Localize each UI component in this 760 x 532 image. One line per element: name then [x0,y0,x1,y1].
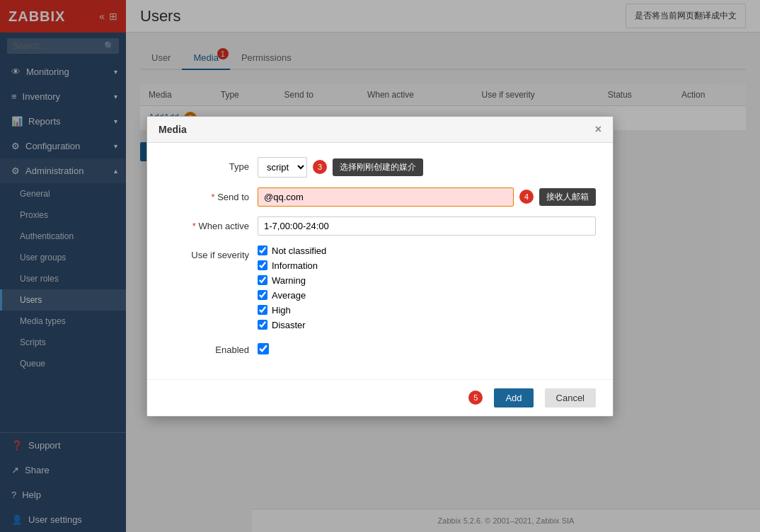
main-content: Users 是否将当前网页翻译成中文 User Media 1 Permissi… [126,0,760,532]
send-to-wrap: 4 接收人邮箱 [258,187,596,207]
step-3-badge: 3 [313,160,327,174]
send-to-input[interactable] [258,187,514,207]
send-to-row: Send to 4 接收人邮箱 [164,187,596,207]
modal-close-button[interactable]: × [595,124,601,135]
modal-add-button[interactable]: Add [494,388,533,407]
modal-header: Media × [147,117,613,143]
severity-average[interactable]: Average [258,290,326,301]
severity-label-disaster: Disaster [272,320,306,330]
when-active-label: When active [164,216,249,231]
severity-label-not-classified: Not classified [272,245,326,256]
type-annotation: 选择刚刚创建的媒介 [333,158,423,176]
checkbox-high[interactable] [258,305,267,315]
type-row: Type script 3 选择刚刚创建的媒介 [164,157,596,178]
modal-footer: 5 Add Cancel [147,379,613,416]
severity-information[interactable]: Information [258,260,326,271]
type-label: Type [164,157,249,172]
step-4-badge: 4 [519,190,534,204]
media-modal: Media × Type script 3 选择刚刚创建的媒介 [146,116,614,417]
severity-label-high: High [272,305,291,316]
type-wrap: script 3 选择刚刚创建的媒介 [258,157,596,178]
severity-label-warning: Warning [272,275,306,286]
severity-label: Use if severity [164,245,249,260]
checkbox-information[interactable] [258,260,267,270]
checkbox-average[interactable] [258,290,267,300]
severity-high[interactable]: High [258,305,326,316]
enabled-label: Enabled [164,340,249,355]
checkbox-disaster[interactable] [258,320,267,330]
send-to-annotation: 接收人邮箱 [539,188,596,206]
send-to-label: Send to [164,187,249,202]
when-active-row: When active [164,216,596,236]
modal-title: Media [159,124,187,135]
severity-label-information: Information [272,260,318,271]
severity-row: Use if severity Not classified Informati… [164,245,596,330]
type-select[interactable]: script [258,157,307,178]
enabled-row: Enabled [164,340,596,355]
severity-not-classified[interactable]: Not classified [258,245,326,256]
checkbox-warning[interactable] [258,275,267,285]
modal-body: Type script 3 选择刚刚创建的媒介 Send to 4 [147,143,613,379]
when-active-input[interactable] [258,216,596,236]
severity-warning[interactable]: Warning [258,275,326,286]
modal-overlay: Media × Type script 3 选择刚刚创建的媒介 [126,0,760,532]
enabled-checkbox[interactable] [258,343,269,354]
step-5-badge: 5 [468,391,483,405]
modal-cancel-button[interactable]: Cancel [545,388,596,407]
severity-checkboxes: Not classified Information Warning [258,245,326,330]
severity-label-average: Average [272,290,306,301]
checkbox-not-classified[interactable] [258,245,267,255]
severity-disaster[interactable]: Disaster [258,320,326,330]
